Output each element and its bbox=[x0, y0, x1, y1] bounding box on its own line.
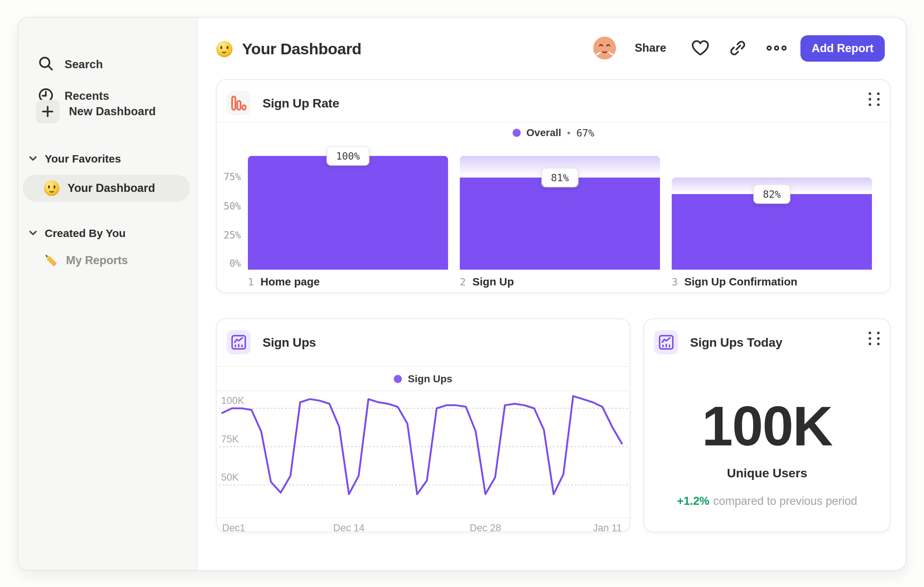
sign-ups-line-chart[interactable]: 100K75K50K bbox=[217, 391, 631, 517]
sidebar-item-new-dashboard[interactable]: New Dashboard bbox=[36, 100, 156, 123]
sign-ups-series-line[interactable] bbox=[222, 396, 622, 494]
trend-chart-icon bbox=[654, 330, 678, 354]
section-label: Your Favorites bbox=[45, 153, 121, 165]
sidebar: Search Recents New Dashboard bbox=[18, 18, 198, 570]
page-title-text: Your Dashboard bbox=[242, 40, 361, 58]
section-label: Created By You bbox=[45, 227, 126, 240]
sign-ups-card: Sign Ups Sign Ups 100K75K50K Dec1Dec 14D… bbox=[216, 318, 630, 532]
plus-icon bbox=[36, 100, 59, 123]
bar-value-tooltip: 82% bbox=[754, 185, 790, 204]
stat-value: 100K bbox=[644, 398, 890, 454]
y-axis-tick: 0% bbox=[217, 258, 241, 269]
legend-label: Sign Ups bbox=[408, 373, 452, 385]
sidebar-section-created-by-you[interactable]: Created By You bbox=[29, 225, 126, 241]
y-axis-tick: 50% bbox=[217, 201, 241, 212]
y-axis-tick: 75% bbox=[217, 171, 241, 182]
sidebar-section-your-favorites[interactable]: Your Favorites bbox=[29, 151, 121, 167]
y-axis-tick: 50K bbox=[221, 472, 239, 483]
drag-handle-icon[interactable] bbox=[869, 329, 881, 347]
sidebar-item-label: New Dashboard bbox=[69, 105, 156, 118]
share-button[interactable]: Share bbox=[633, 34, 668, 62]
pencil-emoji bbox=[43, 252, 58, 269]
line-legend[interactable]: Sign Ups bbox=[217, 373, 630, 385]
stat-delta-note: compared to previous period bbox=[713, 494, 857, 508]
card-title: Sign Ups Today bbox=[690, 335, 782, 350]
heart-icon[interactable] bbox=[690, 34, 710, 62]
stat-delta-value: +1.2% bbox=[677, 494, 710, 508]
funnel-plot: 75% 50% 25% 0% 100% 81% 82% 1 Home page … bbox=[217, 80, 890, 293]
link-icon[interactable] bbox=[728, 34, 747, 62]
funnel-bar[interactable] bbox=[672, 194, 872, 270]
card-header: Sign Ups Today bbox=[654, 330, 782, 354]
x-axis-tick: Jan 11 bbox=[593, 523, 622, 534]
app-window: Search Recents New Dashboard bbox=[18, 17, 906, 571]
funnel-step-label: 2 Sign Up bbox=[460, 276, 514, 288]
funnel-bar[interactable] bbox=[248, 156, 448, 270]
funnel-bar[interactable] bbox=[460, 178, 660, 270]
funnel-step-label: 1 Home page bbox=[248, 276, 320, 288]
chevron-down-icon bbox=[29, 155, 37, 162]
sidebar-item-label: My Reports bbox=[66, 254, 128, 267]
y-axis-tick: 75K bbox=[221, 434, 239, 445]
avatar[interactable] bbox=[593, 34, 616, 62]
sign-ups-today-card: Sign Ups Today 100K Unique Users +1.2%co… bbox=[644, 318, 891, 532]
x-axis: Dec1Dec 14Dec 28Jan 11 bbox=[217, 517, 630, 533]
sidebar-item-search[interactable]: Search bbox=[37, 53, 103, 76]
smiley-emoji bbox=[216, 41, 233, 57]
sidebar-item-label: Your Dashboard bbox=[68, 182, 155, 195]
x-axis-tick: Dec 14 bbox=[333, 523, 365, 534]
stat-subtitle: Unique Users bbox=[644, 466, 890, 480]
sidebar-item-your-dashboard[interactable]: Your Dashboard bbox=[23, 175, 190, 202]
funnel-step-label: 3 Sign Up Confirmation bbox=[672, 276, 797, 288]
smiley-emoji bbox=[44, 180, 59, 196]
search-icon bbox=[37, 55, 54, 74]
bar-value-tooltip: 81% bbox=[541, 168, 579, 187]
bar-value-tooltip: 100% bbox=[326, 146, 369, 166]
trend-chart-icon bbox=[227, 330, 251, 354]
x-axis-tick: Dec 28 bbox=[470, 523, 501, 534]
sidebar-item-label: Search bbox=[64, 58, 103, 71]
chevron-down-icon bbox=[29, 230, 37, 236]
x-axis-tick: Dec1 bbox=[222, 523, 245, 534]
sidebar-item-my-reports[interactable]: My Reports bbox=[43, 250, 128, 271]
card-title: Sign Ups bbox=[262, 335, 316, 350]
y-axis-tick: 25% bbox=[217, 230, 241, 241]
stat-delta: +1.2%compared to previous period bbox=[644, 494, 890, 508]
more-options-icon[interactable] bbox=[766, 34, 787, 62]
y-axis-tick: 100K bbox=[221, 395, 244, 406]
card-header: Sign Ups bbox=[227, 330, 316, 354]
page-title: Your Dashboard bbox=[216, 40, 361, 58]
divider bbox=[217, 366, 630, 367]
sign-up-rate-card: Sign Up Rate Overall • 67% 75% 50% 25% 0… bbox=[216, 79, 891, 293]
legend-dot bbox=[394, 375, 402, 383]
add-report-button[interactable]: Add Report bbox=[800, 35, 885, 62]
